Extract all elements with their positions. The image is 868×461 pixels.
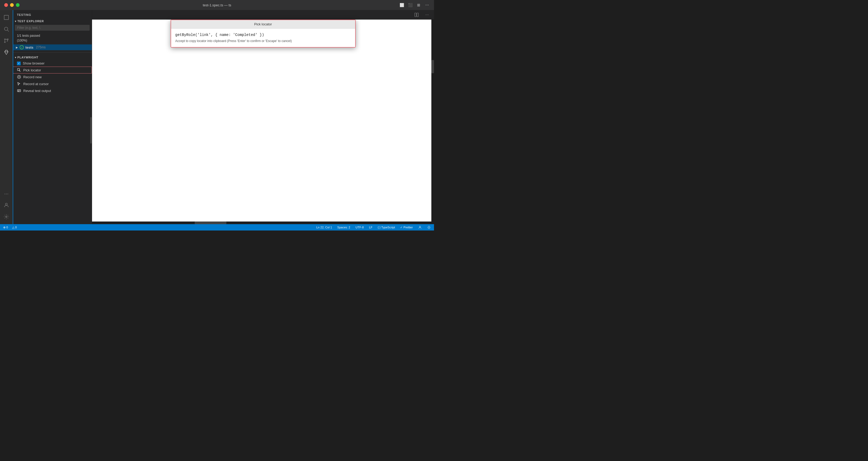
- split-editor-icon[interactable]: ⬜: [399, 2, 404, 8]
- activity-bar: ···: [0, 10, 13, 224]
- sidebar: TESTING ▾ TEST EXPLORER Filter (e.g. tex…: [13, 10, 92, 224]
- playwright-chevron: ▾: [15, 56, 17, 59]
- sidebar-scrollbar[interactable]: [90, 117, 92, 143]
- playwright-section: ▾ PLAYWRIGHT Show browser: [13, 55, 92, 96]
- test-item-chevron: ▶: [16, 46, 18, 49]
- test-explorer-label: TEST EXPLORER: [18, 20, 44, 23]
- pick-locator-icon: [17, 68, 21, 72]
- error-count: 0: [6, 226, 8, 229]
- test-item-name: tests: [25, 45, 33, 50]
- minimize-button[interactable]: [10, 3, 14, 7]
- sidebar-content: ▾ TEST EXPLORER Filter (e.g. text, !. 1/…: [13, 19, 92, 224]
- svg-point-9: [5, 203, 7, 205]
- playwright-section-header[interactable]: ▾ PLAYWRIGHT: [13, 55, 92, 60]
- popup-title: Pick locator: [171, 20, 355, 29]
- titlebar-actions: ⬜ ⬛ ⊞ ⋯: [399, 2, 430, 8]
- statusbar-notifications-icon[interactable]: [426, 224, 432, 230]
- sidebar-header: TESTING: [13, 10, 92, 19]
- statusbar-encoding[interactable]: UTF-8: [354, 224, 365, 230]
- playwright-record-new[interactable]: Record new: [13, 73, 92, 80]
- editor-hscroll-thumb[interactable]: [195, 222, 226, 224]
- statusbar-line-ending[interactable]: LF: [368, 224, 373, 230]
- statusbar-account-icon[interactable]: [417, 224, 423, 230]
- statusbar-position[interactable]: Ln 22, Col 1: [315, 224, 333, 230]
- test-explorer-chevron: ▾: [15, 20, 17, 23]
- test-explorer-header[interactable]: ▾ TEST EXPLORER: [13, 19, 92, 24]
- playwright-pick-locator[interactable]: Pick locator: [13, 67, 92, 73]
- reveal-test-output-label: Reveal test output: [23, 89, 51, 93]
- svg-point-4: [7, 39, 8, 40]
- record-at-cursor-label: Record at cursor: [23, 82, 49, 86]
- activity-source-control[interactable]: [1, 35, 12, 46]
- record-new-label: Record new: [23, 75, 41, 79]
- show-browser-checkbox[interactable]: [17, 62, 21, 65]
- svg-rect-15: [18, 90, 21, 92]
- playwright-record-at-cursor[interactable]: Record at cursor: [13, 80, 92, 87]
- toggle-panel-icon[interactable]: ⬛: [408, 2, 413, 8]
- section-divider: [13, 52, 92, 53]
- statusbar-left: ⊗ 0 △ 0: [2, 224, 18, 230]
- activity-account[interactable]: [1, 200, 12, 210]
- titlebar: test-1.spec.ts — ts ⬜ ⬛ ⊞ ⋯: [0, 0, 434, 10]
- svg-rect-0: [4, 15, 9, 20]
- playwright-show-browser[interactable]: Show browser: [13, 60, 92, 67]
- test-item-duration: 275ms: [36, 45, 45, 49]
- statusbar: ⊗ 0 △ 0 Ln 22, Col 1 Spaces: 2 UTF-8 LF …: [0, 224, 434, 230]
- split-editor-right-icon[interactable]: [413, 11, 420, 19]
- editor-scrollbar[interactable]: [431, 20, 434, 222]
- record-new-icon: [17, 75, 21, 79]
- editor-area: ··· Pick locator getByRole('link', { nam…: [92, 10, 434, 224]
- record-at-cursor-icon: [17, 82, 21, 86]
- popup-body: getByRole('link', { name: 'Completed' })…: [171, 29, 355, 47]
- statusbar-spaces[interactable]: Spaces: 2: [336, 224, 351, 230]
- popup-locator-text: getByRole('link', { name: 'Completed' }): [175, 33, 351, 37]
- warning-icon: △: [12, 226, 14, 229]
- svg-line-2: [7, 30, 9, 31]
- maximize-button[interactable]: [16, 3, 20, 7]
- playwright-label: PLAYWRIGHT: [18, 56, 39, 59]
- activity-explorer[interactable]: [1, 12, 12, 23]
- activity-settings[interactable]: [1, 211, 12, 222]
- svg-line-7: [7, 50, 8, 52]
- editor-hscroll[interactable]: [92, 222, 434, 224]
- statusbar-formatter[interactable]: ✓ Prettier: [399, 224, 414, 230]
- error-icon: ⊗: [3, 226, 5, 229]
- statusbar-warnings[interactable]: △ 0: [11, 224, 18, 230]
- main-layout: ··· TESTING ▾ TEST EXPLORER: [0, 10, 434, 224]
- svg-line-6: [5, 50, 6, 52]
- activity-testing[interactable]: [1, 47, 12, 58]
- reveal-test-output-icon: [17, 89, 21, 93]
- show-browser-label: Show browser: [23, 61, 44, 65]
- activity-more[interactable]: ···: [1, 188, 12, 199]
- test-success-icon: ✓: [20, 45, 24, 50]
- pick-locator-popup: Pick locator getByRole('link', { name: '…: [170, 20, 356, 47]
- customize-layout-icon[interactable]: ⊞: [416, 2, 421, 8]
- editor-toolbar: ···: [92, 10, 434, 20]
- svg-point-5: [4, 39, 5, 40]
- popup-hint-text: Accept to copy locator into clipboard (P…: [175, 39, 351, 43]
- traffic-lights: [4, 3, 20, 7]
- svg-point-1: [4, 27, 8, 31]
- editor-scrollbar-thumb[interactable]: [431, 60, 434, 73]
- svg-point-10: [5, 216, 7, 218]
- statusbar-errors[interactable]: ⊗ 0: [2, 224, 9, 230]
- statusbar-right: Ln 22, Col 1 Spaces: 2 UTF-8 LF { } Type…: [315, 224, 432, 230]
- filter-bar: Filter (e.g. text, !.: [15, 25, 90, 31]
- close-button[interactable]: [4, 3, 8, 7]
- window-title: test-1.spec.ts — ts: [203, 3, 231, 7]
- warning-count: 0: [15, 226, 17, 229]
- svg-point-20: [420, 226, 421, 227]
- svg-rect-18: [415, 13, 416, 17]
- more-actions-icon[interactable]: ⋯: [425, 2, 430, 8]
- svg-point-3: [4, 42, 5, 43]
- statusbar-language[interactable]: { } TypeScript: [377, 224, 396, 230]
- svg-rect-19: [417, 13, 418, 17]
- test-stats: 1/1 tests passed (100%): [13, 32, 92, 44]
- more-actions-editor-icon[interactable]: ···: [424, 11, 431, 19]
- pick-locator-label: Pick locator: [23, 68, 41, 72]
- playwright-reveal-test-output[interactable]: Reveal test output: [13, 87, 92, 94]
- activity-search[interactable]: [1, 24, 12, 34]
- editor-content: [92, 20, 434, 222]
- test-item-tests[interactable]: ▶ ✓ tests 275ms: [13, 44, 92, 50]
